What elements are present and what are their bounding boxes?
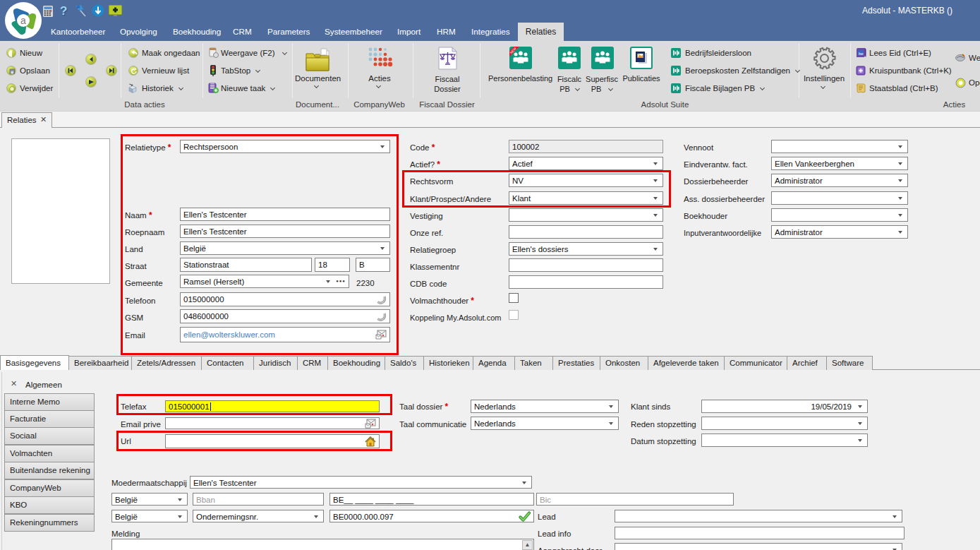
svg-text:a: a (20, 15, 26, 26)
svg-text:be: be (859, 52, 864, 56)
